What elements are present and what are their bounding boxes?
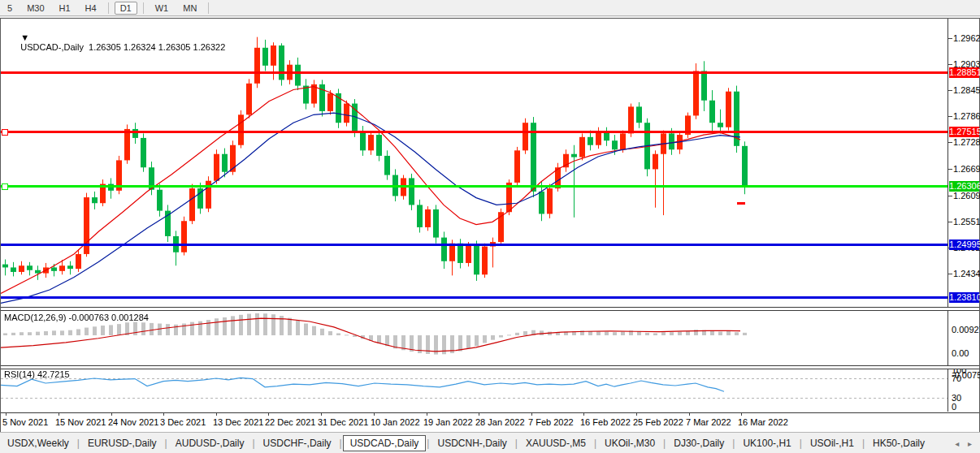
chart-tab-usdcad-daily[interactable]: USDCAD-,Daily — [343, 435, 427, 451]
price-badge: 1.23810 — [949, 292, 979, 303]
chart-tab-uk100-h1[interactable]: UK100-,H1 — [735, 435, 798, 451]
timeframe-button-h1[interactable]: H1 — [54, 2, 76, 15]
indicator-axis-label: 0.00 — [952, 348, 969, 358]
chart-tab-usdx-weekly[interactable]: USDX,Weekly — [0, 435, 76, 451]
date-tick-mark — [741, 413, 742, 416]
price-tick-mark — [948, 274, 952, 274]
price-tick-label: 1.24340 — [953, 269, 980, 278]
date-tick-mark — [321, 413, 322, 416]
price-tick-mark — [948, 116, 952, 117]
chart-tab-dj30-daily[interactable]: DJ30-,Daily — [666, 435, 731, 451]
date-axis[interactable]: 5 Nov 202115 Nov 202124 Nov 20213 Dec 20… — [1, 412, 979, 433]
date-tick-label: 19 Jan 2022 — [423, 417, 473, 427]
date-tick-mark — [374, 413, 375, 416]
price-badge: 1.27515 — [949, 127, 979, 137]
tab-separator: | — [77, 438, 80, 449]
date-tick-label: 7 Mar 2022 — [686, 417, 731, 427]
line-handle[interactable] — [2, 129, 8, 136]
price-tick-label: 1.25510 — [953, 217, 980, 226]
chart-tab-usdcnh-daily[interactable]: USDCNH-,Daily — [430, 435, 514, 451]
chart-window: ▼ USDCAD-,Daily 1.26305 1.26324 1.26305 … — [0, 18, 980, 433]
chart-tab-ukoil-m30[interactable]: UKOil-,M30 — [597, 435, 662, 451]
price-badge: 1.24995 — [949, 239, 979, 250]
price-tick-label: 1.29620 — [953, 33, 980, 43]
date-tick-label: 3 Dec 2021 — [160, 417, 206, 427]
chart-title: ▼ USDCAD-,Daily 1.26305 1.26324 1.26305 … — [6, 23, 225, 62]
panel-separator[interactable] — [1, 307, 979, 311]
price-tick-mark — [948, 196, 952, 196]
timeframe-button-w1[interactable]: W1 — [150, 2, 175, 15]
price-tick-label: 1.27280 — [953, 137, 980, 147]
chart-tab-xauusd-m5[interactable]: XAUUSD-,M5 — [518, 435, 593, 451]
date-tick-label: 31 Dec 2021 — [318, 417, 368, 427]
level-line-1.27515[interactable] — [1, 131, 947, 133]
timeframe-button-m30[interactable]: M30 — [21, 2, 50, 15]
chart-tab-eurusd-daily[interactable]: EURUSD-,Daily — [80, 435, 164, 451]
tab-separator: | — [862, 438, 865, 449]
chart-tab-hk50-daily[interactable]: HK50-,Daily — [865, 435, 932, 451]
rsi-label: RSI(14) 42.7215 — [4, 369, 70, 379]
indicator-axis-label: 0 — [952, 402, 956, 412]
macd-label: MACD(12,26,9) -0.000763 0.001284 — [4, 313, 149, 322]
price-tick-mark — [948, 222, 952, 222]
price-tick-mark — [948, 142, 952, 143]
date-tick-label: 25 Feb 2022 — [633, 417, 683, 427]
last-price-marker — [737, 202, 745, 205]
timeframe-button-5[interactable]: 5 — [2, 2, 18, 15]
price-badge: 1.26306 — [949, 181, 979, 192]
tab-separator: | — [165, 438, 167, 449]
tab-separator: | — [427, 438, 429, 449]
chart-title-text: USDCAD-,Daily 1.26305 1.26324 1.26305 1.… — [20, 42, 225, 52]
date-tick-mark — [59, 413, 59, 416]
tab-separator: | — [732, 438, 735, 449]
date-tick-mark — [427, 413, 427, 416]
symbol-dropdown-icon[interactable]: ▼ — [20, 32, 29, 42]
chart-tab-audusd-daily[interactable]: AUDUSD-,Daily — [168, 435, 252, 451]
level-line-1.28851[interactable] — [1, 71, 947, 74]
price-tick-mark — [948, 169, 952, 170]
timeframe-button-h4[interactable]: H4 — [80, 2, 102, 15]
timeframe-button-mn[interactable]: MN — [177, 2, 202, 15]
timeframe-button-d1[interactable]: D1 — [115, 2, 137, 15]
level-line-1.24995[interactable] — [1, 244, 947, 246]
line-handle[interactable] — [2, 183, 8, 190]
price-tick-label: 1.26695 — [953, 164, 980, 174]
date-tick-label: 16 Mar 2022 — [738, 417, 788, 427]
date-tick-label: 16 Feb 2022 — [580, 417, 631, 427]
date-tick-label: 28 Jan 2022 — [475, 417, 525, 427]
chart-tab-bar: USDX,Weekly|EURUSD-,Daily|AUDUSD-,Daily|… — [0, 432, 980, 453]
chart-tabs: USDX,Weekly|EURUSD-,Daily|AUDUSD-,Daily|… — [0, 435, 932, 451]
price-tick-mark — [948, 38, 952, 39]
chart-tab-usoil-h1[interactable]: USOil-,H1 — [803, 435, 861, 451]
toolbar-separator — [208, 2, 209, 14]
toolbar-separator — [108, 2, 109, 14]
level-line-1.2381[interactable] — [1, 296, 947, 299]
date-tick-label: 10 Jan 2022 — [371, 417, 420, 427]
timeframe-toolbar: 5M30H1H4D1W1MN — [0, 0, 980, 16]
tab-separator: | — [340, 438, 342, 449]
date-tick-label: 24 Nov 2021 — [108, 417, 158, 427]
price-tick-mark — [948, 64, 952, 65]
level-line-1.26306[interactable] — [1, 185, 947, 188]
tab-scroll-arrows[interactable]: ◂ ▸ — [955, 439, 975, 448]
date-tick-mark — [163, 413, 164, 416]
tab-separator: | — [663, 438, 666, 449]
panel-separator[interactable] — [1, 365, 979, 369]
date-tick-mark — [531, 413, 532, 416]
price-badge: 1.28851 — [949, 67, 979, 78]
price-tick-label: 1.27865 — [953, 111, 980, 121]
date-tick-mark — [268, 413, 269, 416]
date-tick-mark — [636, 413, 637, 416]
date-tick-mark — [111, 413, 112, 416]
price-chart-canvas[interactable] — [1, 19, 947, 307]
price-axis-divider — [947, 19, 948, 412]
indicator-axis-label: 0.009278 — [952, 325, 980, 334]
indicator-axis-label: 70 — [952, 373, 961, 383]
tab-separator: | — [800, 438, 802, 449]
rsi-canvas[interactable] — [1, 368, 947, 412]
tab-separator: | — [515, 438, 518, 449]
chart-tab-usdchf-daily[interactable]: USDCHF-,Daily — [256, 435, 339, 451]
date-tick-label: 7 Feb 2022 — [528, 417, 574, 427]
date-tick-mark — [6, 413, 7, 416]
tab-separator: | — [252, 438, 254, 449]
